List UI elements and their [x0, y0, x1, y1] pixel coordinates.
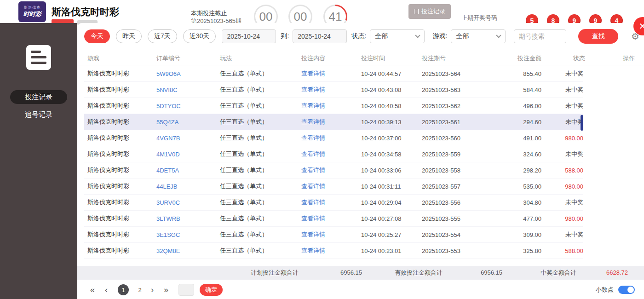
order-id-link[interactable]: 3E1SGC [156, 231, 220, 238]
col-amount: 投注金额 [495, 54, 541, 63]
range-7days-button[interactable]: 近7天 [148, 29, 177, 43]
cell-play: 任三直选（单式） [220, 214, 301, 223]
logo-text-bottom: 时时彩 [23, 10, 41, 18]
cell-bet-time: 10-24 00:29:04 [361, 199, 422, 206]
table-row: 斯洛伐克时时彩 32QM8E 任三直选（单式） 查看详情 10-24 00:23… [84, 243, 583, 259]
cell-game: 斯洛伐克时时彩 [87, 102, 156, 110]
col-bet-time: 投注时间 [361, 54, 422, 63]
range-yesterday-button[interactable]: 昨天 [116, 29, 142, 43]
confirm-button[interactable]: 确定 [200, 284, 223, 296]
order-id-link[interactable]: 4DET5A [156, 167, 220, 174]
side-menu: 投注记录 追号记录 [0, 23, 77, 299]
order-id-link[interactable]: 3LTWRB [156, 215, 220, 222]
view-detail-link[interactable]: 查看详情 [301, 247, 361, 255]
date-to-input[interactable] [293, 29, 347, 43]
cell-period: 20251023-560 [422, 135, 495, 142]
table-row: 斯洛伐克时时彩 55Q4ZA 任三直选（单式） 查看详情 10-24 00:39… [84, 114, 583, 130]
order-id-link[interactable]: 5DTYOC [156, 103, 220, 109]
view-detail-link[interactable]: 查看详情 [301, 102, 361, 110]
order-id-link[interactable]: 55Q4ZA [156, 119, 220, 126]
cell-status: 588.00 [541, 167, 583, 174]
table-header: 游戏 订单编号 玩法 投注内容 投注时间 投注期号 投注金额 状态 操作 [77, 52, 644, 65]
cell-bet-time: 10-24 00:34:58 [361, 151, 422, 158]
prev-page-button[interactable]: ‹ [105, 285, 108, 295]
sidebar-item-bet-records[interactable]: 投注记录 [10, 90, 67, 104]
view-detail-link[interactable]: 查看详情 [301, 214, 361, 223]
view-detail-link[interactable]: 查看详情 [301, 134, 361, 142]
scrollbar-thumb[interactable] [581, 115, 583, 131]
first-page-button[interactable]: « [90, 285, 95, 295]
table-body: 斯洛伐克时时彩 5W9O6A 任三直选（单式） 查看详情 10-24 00:44… [84, 66, 583, 259]
page-jump-input[interactable] [178, 284, 194, 296]
table-row: 斯洛伐克时时彩 3URV0C 任三直选（单式） 查看详情 10-24 00:29… [84, 195, 583, 211]
cell-amount: 294.60 [495, 119, 541, 126]
table-row: 斯洛伐克时时彩 3LTWRB 任三直选（单式） 查看详情 10-24 00:27… [84, 211, 583, 227]
cell-period: 20251023-553 [422, 247, 495, 254]
cell-bet-time: 10-24 00:27:08 [361, 215, 422, 222]
range-30days-button[interactable]: 近30天 [183, 29, 216, 43]
cell-status: 未中奖 [541, 118, 583, 126]
cell-play: 任三直选（单式） [220, 118, 301, 126]
order-id-link[interactable]: 4M1V0D [156, 151, 220, 158]
cell-game: 斯洛伐克时时彩 [87, 230, 156, 239]
cell-play: 任三直选（单式） [220, 86, 301, 94]
status-label: 状态: [351, 32, 366, 40]
last-page-button[interactable]: » [164, 285, 168, 295]
table-row: 斯洛伐克时时彩 44LEJB 任三直选（单式） 查看详情 10-24 00:31… [84, 178, 583, 195]
cell-period: 20251023-556 [422, 199, 495, 206]
col-action: 操作 [585, 54, 635, 63]
order-id-link[interactable]: 32QM8E [156, 247, 220, 254]
bet-records-button[interactable]: 投注记录 [408, 4, 451, 19]
order-id-link[interactable]: 5W9O6A [156, 70, 220, 77]
cell-game: 斯洛伐克时时彩 [87, 69, 156, 78]
cell-bet-time: 10-24 00:43:08 [361, 86, 422, 93]
status-select[interactable]: 全部 [370, 29, 424, 43]
order-id-link[interactable]: 3URV0C [156, 199, 220, 206]
cell-play: 任三直选（单式） [220, 198, 301, 207]
range-today-button[interactable]: 今天 [84, 29, 110, 43]
order-id-link[interactable]: 5NVI8C [156, 86, 220, 93]
bet-records-modal: 今天 昨天 近7天 近30天 到: 状态: 全部 游戏: 全部 查找 ⚙ 游戏 … [77, 23, 644, 299]
cell-game: 斯洛伐克时时彩 [87, 118, 156, 126]
period-search-input[interactable] [514, 29, 566, 43]
cell-status: 588.00 [541, 247, 583, 254]
view-detail-link[interactable]: 查看详情 [301, 198, 361, 207]
cell-amount: 304.80 [495, 199, 541, 206]
col-play: 玩法 [220, 54, 301, 63]
game-select[interactable]: 全部 [451, 29, 505, 43]
win-total-label: 中奖金额合计 [540, 266, 576, 280]
table-row: 斯洛伐克时时彩 5W9O6A 任三直选（单式） 查看详情 10-24 00:44… [84, 66, 583, 82]
view-detail-link[interactable]: 查看详情 [301, 166, 361, 174]
page-2-button[interactable]: 2 [134, 284, 145, 295]
table-row: 斯洛伐克时时彩 3E1SGC 任三直选（单式） 查看详情 10-24 00:25… [84, 227, 583, 243]
view-detail-link[interactable]: 查看详情 [301, 150, 361, 158]
table-row: 斯洛伐克时时彩 4DET5A 任三直选（单式） 查看详情 10-24 00:33… [84, 162, 583, 178]
view-detail-link[interactable]: 查看详情 [301, 118, 361, 126]
cell-period: 20251023-562 [422, 103, 495, 109]
view-detail-link[interactable]: 查看详情 [301, 182, 361, 190]
cell-game: 斯洛伐克时时彩 [87, 214, 156, 223]
cell-status: 未中奖 [541, 86, 583, 94]
game-select-value: 全部 [456, 32, 469, 40]
cell-play: 任三直选（单式） [220, 134, 301, 142]
order-id-link[interactable]: 44LEJB [156, 183, 220, 190]
view-detail-link[interactable]: 查看详情 [301, 230, 361, 239]
sidebar-item-chase-records[interactable]: 追号记录 [0, 110, 77, 119]
cell-game: 斯洛伐克时时彩 [87, 182, 156, 190]
cell-period: 20251023-563 [422, 86, 495, 93]
search-button[interactable]: 查找 [578, 29, 618, 44]
cell-period: 20251023-558 [422, 167, 495, 174]
cell-status: 未中奖 [541, 198, 583, 207]
cell-amount: 584.40 [495, 86, 541, 93]
document-icon [414, 9, 419, 14]
next-page-button[interactable]: › [151, 285, 154, 295]
page-1-button[interactable]: 1 [118, 284, 129, 295]
cell-status: 980.00 [541, 183, 583, 190]
decimal-toggle[interactable] [618, 286, 635, 294]
view-detail-link[interactable]: 查看详情 [301, 86, 361, 94]
view-detail-link[interactable]: 查看详情 [301, 69, 361, 78]
filter-bar: 今天 昨天 近7天 近30天 到: 状态: 全部 游戏: 全部 查找 ⚙ [84, 29, 639, 44]
order-id-link[interactable]: 4VGN7B [156, 135, 220, 142]
date-from-input[interactable] [222, 29, 276, 43]
cell-status: 未中奖 [541, 230, 583, 239]
